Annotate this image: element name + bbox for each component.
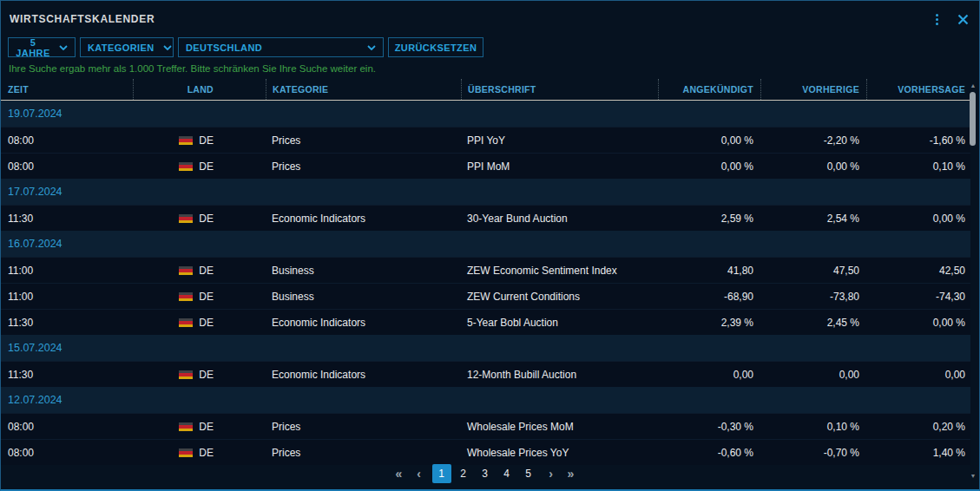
filter-bar: 5 JAHRE KATEGORIEN DEUTSCHLAND ZURÜCKSET… [1,37,979,60]
cell-announced: -0,30 % [658,421,760,433]
table-row[interactable]: 11:00 DE Business ZEW Economic Sentiment… [1,257,970,283]
cell-forecast: 1,40 % [866,447,970,459]
germany-flag-icon [179,292,193,301]
cell-headline: ZEW Current Conditions [461,291,658,303]
country-code: DE [199,447,214,459]
cell-country: DE [133,421,266,433]
country-code: DE [199,213,214,225]
table-row[interactable]: 08:00 DE Prices PPI MoM 0,00 % 0,00 % 0,… [1,153,970,179]
cell-headline: ZEW Economic Sentiment Index [461,265,658,277]
first-page-button[interactable]: « [392,464,406,483]
cell-country: DE [133,134,266,147]
cell-country: DE [133,369,266,381]
page-button[interactable]: 4 [497,464,516,483]
cell-country: DE [133,213,266,225]
table-row[interactable]: 11:30 DE Economic Indicators 5-Year Bobl… [1,309,970,335]
reset-button[interactable]: ZURÜCKSETZEN [388,37,483,57]
table-row[interactable]: 11:30 DE Economic Indicators 30-Year Bun… [1,205,970,231]
page-button[interactable]: 5 [519,464,538,483]
period-dropdown-label: 5 JAHRE [16,37,50,58]
close-icon[interactable] [957,14,969,25]
country-code: DE [199,160,214,173]
kebab-menu-icon[interactable] [934,12,940,27]
titlebar: WIRTSCHAFTSKALENDER [1,1,979,37]
germany-flag-icon [179,422,193,431]
country-dropdown[interactable]: DEUTSCHLAND [178,37,384,57]
cell-time: 08:00 [1,421,133,433]
cell-previous: -2,20 % [760,134,866,147]
table-row[interactable]: 08:00 DE Prices Wholesale Prices MoM -0,… [1,413,970,439]
reset-button-label: ZURÜCKSETZEN [395,43,477,53]
cell-headline: Wholesale Prices YoY [461,447,658,459]
table-row[interactable]: 11:00 DE Business ZEW Current Conditions… [1,283,970,309]
period-dropdown[interactable]: 5 JAHRE [8,37,76,57]
country-code: DE [199,421,214,433]
germany-flag-icon [179,162,193,171]
column-header-vorherige[interactable]: VORHERIGE [760,79,866,100]
triangle-down-icon[interactable]: ▼ [968,473,978,480]
vertical-scrollbar[interactable]: ▲ ▼ [968,81,978,481]
cell-announced: 2,39 % [658,317,760,329]
cell-country: DE [133,265,266,277]
cell-category: Business [266,291,461,303]
cell-category: Prices [266,134,461,147]
cell-announced: 0,00 % [658,160,760,173]
cell-previous: 2,45 % [760,317,866,329]
date-group-row: 16.07.2024 [1,231,970,257]
cell-headline: 5-Year Bobl Auction [461,317,658,329]
date-group-label: 15.07.2024 [1,342,970,354]
cell-announced: 0,00 [658,369,760,381]
germany-flag-icon [179,448,193,457]
cell-previous: 0,00 [760,369,866,381]
country-code: DE [199,134,214,147]
column-header-vorhersage[interactable]: VORHERSAGE [866,79,970,100]
germany-flag-icon [179,136,193,145]
date-group-row: 15.07.2024 [1,335,970,361]
categories-dropdown[interactable]: KATEGORIEN [80,37,174,57]
cell-announced: 0,00 % [658,134,760,147]
cell-forecast: 0,00 [866,369,970,381]
cell-category: Prices [266,421,461,433]
cell-category: Prices [266,160,461,173]
last-page-button[interactable]: » [564,464,578,483]
column-header-land[interactable]: LAND [133,79,266,100]
column-header-angekuendigt[interactable]: ANGEKÜNDIGT [658,79,760,100]
cell-forecast: -1,60 % [866,134,970,147]
cell-headline: PPI YoY [461,134,658,147]
cell-time: 08:00 [1,134,133,147]
table-body: 19.07.2024 08:00 DE Prices PPI YoY 0,00 … [1,101,979,465]
column-header-ueberschrift[interactable]: ÜBERSCHRIFT [461,79,658,100]
cell-previous: -73,80 [760,291,866,303]
table-header: ZEIT LAND KATEGORIE ÜBERSCHRIFT ANGEKÜND… [1,79,970,101]
table-row[interactable]: 08:00 DE Prices PPI YoY 0,00 % -2,20 % -… [1,127,970,153]
date-group-label: 16.07.2024 [1,238,970,250]
next-page-button[interactable]: › [544,464,558,483]
triangle-up-icon[interactable]: ▲ [968,82,978,89]
column-header-zeit[interactable]: ZEIT [1,79,133,100]
cell-country: DE [133,317,266,329]
table-row[interactable]: 08:00 DE Prices Wholesale Prices YoY -0,… [1,439,970,465]
date-group-row: 12.07.2024 [1,387,970,413]
column-header-kategorie[interactable]: KATEGORIE [266,79,461,100]
scrollbar-thumb[interactable] [970,92,976,146]
chevron-down-icon [163,45,172,50]
table-row[interactable]: 11:30 DE Economic Indicators 12-Month Bu… [1,361,970,387]
cell-time: 11:30 [1,317,133,329]
page-button[interactable]: 1 [432,464,451,483]
titlebar-actions [934,12,969,27]
country-code: DE [199,317,214,329]
prev-page-button[interactable]: ‹ [412,464,426,483]
date-group-label: 17.07.2024 [1,186,970,198]
country-code: DE [199,369,214,381]
cell-forecast: 0,10 % [866,160,970,173]
cell-forecast: 0,20 % [866,421,970,433]
cell-announced: -0,60 % [658,447,760,459]
cell-category: Economic Indicators [266,369,461,381]
cell-forecast: 0,00 % [866,317,970,329]
page-button[interactable]: 2 [454,464,473,483]
cell-forecast: 42,50 [866,265,970,277]
page-button[interactable]: 3 [476,464,495,483]
cell-time: 11:30 [1,369,133,381]
page-number-list: 1 2 3 4 5 [432,464,538,483]
date-group-row: 19.07.2024 [1,101,970,127]
